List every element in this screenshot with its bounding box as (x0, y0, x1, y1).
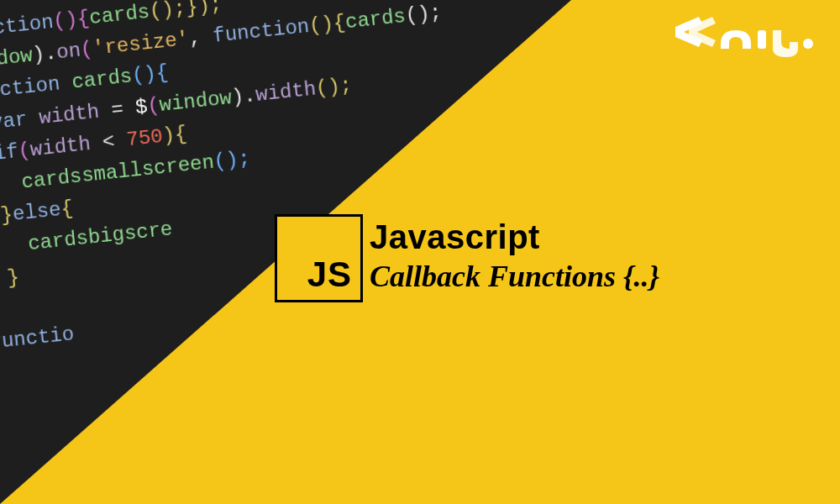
svg-point-1 (803, 39, 813, 49)
heading-subtitle: Callback Functions {..} (370, 259, 659, 294)
code-snippet: $(function(){cards();}); $(window).on('r… (0, 0, 476, 392)
svg-rect-0 (758, 30, 766, 49)
heading-title: Javascript (370, 218, 540, 256)
js-logo-badge: JS (275, 214, 363, 302)
js-logo-label: JS (307, 255, 352, 295)
brand-logo (674, 15, 816, 62)
